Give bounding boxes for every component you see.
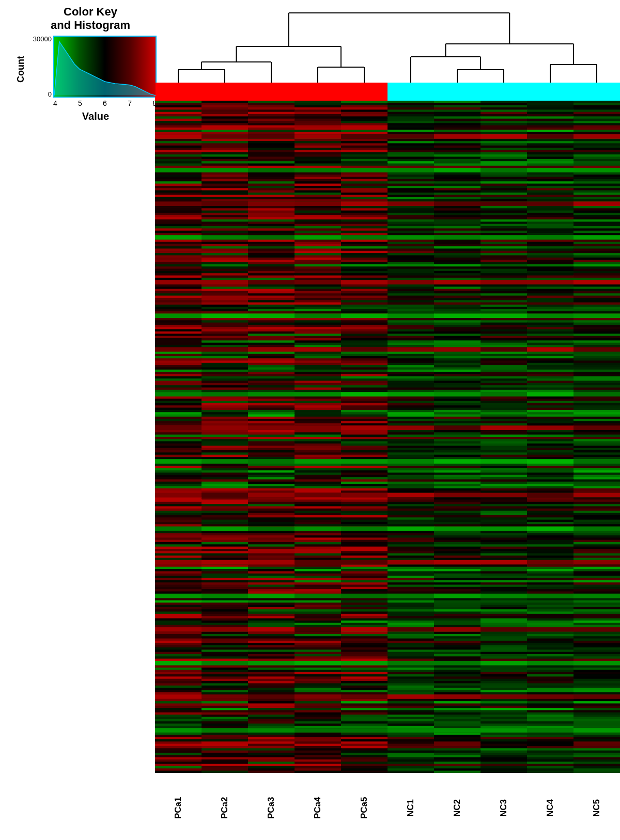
x-tick-4: 4 <box>53 99 57 107</box>
x-axis-label: Value <box>26 110 165 122</box>
col-label-pca1: PCa1 <box>155 777 202 839</box>
heatmap-grid <box>155 101 620 773</box>
color-key-with-axis: Count 30000 0 <box>16 36 165 107</box>
nc-color-bar <box>388 83 620 101</box>
color-key-title: Color Keyand Histogram <box>16 5 165 33</box>
color-key-chart-area: 30000 0 4 5 <box>28 36 157 107</box>
col-label-nc4: NC4 <box>527 777 574 839</box>
col-label-pca5: PCa5 <box>341 777 388 839</box>
x-axis-values: 4 5 6 7 8 <box>53 99 157 107</box>
x-tick-5: 5 <box>78 99 82 107</box>
color-key-panel: Color Keyand Histogram Count 30000 0 <box>16 5 165 122</box>
col-label-nc2: NC2 <box>434 777 481 839</box>
color-gradient-box <box>53 36 157 98</box>
x-tick-7: 7 <box>128 99 132 107</box>
pca-color-bar <box>155 83 388 101</box>
main-container: Color Keyand Histogram Count 30000 0 <box>0 0 620 840</box>
y-tick-low: 0 <box>28 91 52 98</box>
y-axis-label: Count <box>16 36 26 103</box>
heatmap-container: PCa1 PCa2 PCa3 PCa4 PCa5 NC1 NC2 NC3 NC4… <box>155 0 620 840</box>
y-tick-high: 30000 <box>28 36 52 42</box>
col-label-pca4: PCa4 <box>295 777 341 839</box>
col-label-pca2: PCa2 <box>202 777 248 839</box>
col-label-nc5: NC5 <box>574 777 620 839</box>
col-label-nc1: NC1 <box>388 777 434 839</box>
dendrogram-area <box>155 3 620 83</box>
col-label-pca3: PCa3 <box>248 777 295 839</box>
dendrogram-svg <box>155 3 620 83</box>
x-tick-6: 6 <box>103 99 107 107</box>
column-labels: PCa1 PCa2 PCa3 PCa4 PCa5 NC1 NC2 NC3 NC4… <box>155 773 620 840</box>
color-bars-area <box>155 83 620 101</box>
col-label-nc3: NC3 <box>481 777 527 839</box>
heatmap-canvas <box>155 101 620 773</box>
